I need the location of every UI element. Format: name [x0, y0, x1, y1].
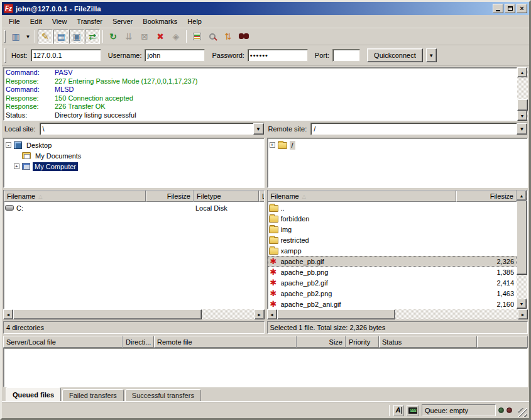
- tree-item-my-documents[interactable]: My Documents: [6, 150, 264, 161]
- tree-item-my-computer[interactable]: + My Computer: [6, 161, 264, 172]
- column-header-filename[interactable]: Filename△: [268, 191, 457, 202]
- desktop-icon: [14, 141, 22, 149]
- remote-site-combobox[interactable]: / ▼: [310, 123, 528, 135]
- expand-icon[interactable]: +: [14, 163, 19, 169]
- refresh-button[interactable]: ↻: [106, 30, 121, 44]
- scroll-right-icon[interactable]: ►: [518, 309, 528, 319]
- log-vertical-scrollbar[interactable]: ▲ ▼: [517, 67, 528, 121]
- site-manager-button[interactable]: ▥: [8, 30, 23, 44]
- table-row[interactable]: restricted: [268, 235, 517, 245]
- remote-site-dropdown-button[interactable]: ▼: [517, 123, 527, 135]
- local-scrollbar-thumb[interactable]: [13, 309, 202, 319]
- table-row[interactable]: ✱apache_pb2.gif2,414: [268, 277, 517, 288]
- title-bar: Fz john@127.0.0.1 - FileZilla ×: [2, 2, 529, 15]
- tab-failed-transfers[interactable]: Failed transfers: [62, 389, 124, 401]
- scroll-left-icon[interactable]: ◄: [267, 309, 277, 319]
- column-header-filesize[interactable]: Filesize: [146, 191, 194, 202]
- synchronized-browsing-button[interactable]: ⇅: [221, 30, 236, 44]
- toolbar-grip[interactable]: [4, 30, 6, 43]
- tree-item-label: My Computer: [33, 162, 78, 171]
- username-input[interactable]: [145, 49, 205, 62]
- tab-successful-transfers[interactable]: Successful transfers: [125, 389, 201, 401]
- table-row[interactable]: C: Local Disk: [4, 202, 264, 213]
- directory-comparison-button[interactable]: [205, 30, 220, 44]
- remote-status-text: Selected 1 file. Total size: 2,326 bytes: [270, 324, 386, 331]
- expand-icon[interactable]: +: [270, 142, 275, 148]
- table-row[interactable]: xampp: [268, 245, 517, 256]
- column-header-server-local-file[interactable]: Server/Local file: [3, 336, 123, 348]
- menu-bookmarks[interactable]: Bookmarks: [138, 16, 182, 26]
- filter-button[interactable]: [189, 30, 204, 44]
- column-header-size[interactable]: Size: [297, 336, 346, 348]
- port-input[interactable]: [332, 49, 360, 62]
- local-horizontal-scrollbar[interactable]: ◄ ►: [3, 309, 265, 319]
- quickconnect-button[interactable]: Quickconnect: [367, 48, 423, 62]
- quickconnect-grip[interactable]: [4, 48, 6, 63]
- menu-edit[interactable]: Edit: [26, 16, 47, 26]
- toggle-remote-tree-button[interactable]: ▣: [69, 30, 84, 44]
- close-button[interactable]: ×: [517, 4, 527, 13]
- scroll-down-icon[interactable]: ▼: [517, 299, 527, 309]
- scroll-down-icon[interactable]: ▼: [517, 111, 527, 121]
- password-input[interactable]: [248, 49, 308, 62]
- menu-file[interactable]: File: [4, 16, 25, 26]
- column-header-filename[interactable]: Filename△: [4, 191, 146, 202]
- cancel-button[interactable]: ⊠: [137, 30, 152, 44]
- scroll-up-icon[interactable]: ▲: [517, 67, 527, 77]
- column-header-direction[interactable]: Directi...: [123, 336, 154, 348]
- menu-server[interactable]: Server: [108, 16, 137, 26]
- remote-horizontal-scrollbar[interactable]: ◄ ►: [267, 309, 528, 319]
- tree-item-desktop[interactable]: - Desktop: [6, 140, 264, 150]
- column-header-filetype[interactable]: Filetype: [194, 191, 259, 202]
- toggle-log-button[interactable]: ✎: [38, 30, 53, 44]
- tab-queued-files[interactable]: Queued files: [6, 387, 61, 401]
- table-row[interactable]: ..: [268, 202, 517, 213]
- scroll-right-icon[interactable]: ►: [255, 309, 265, 319]
- maximize-button[interactable]: [505, 4, 515, 13]
- table-row[interactable]: ✱apache_pb2.png1,463: [268, 288, 517, 299]
- collapse-icon[interactable]: -: [6, 142, 11, 148]
- local-site-dropdown-button[interactable]: ▼: [253, 123, 264, 135]
- process-queue-button[interactable]: ⇊: [121, 30, 136, 44]
- host-input[interactable]: [31, 49, 101, 62]
- speed-limits-button[interactable]: 888: [407, 405, 419, 416]
- menu-view[interactable]: View: [48, 16, 72, 26]
- remote-scrollbar-thumb[interactable]: [517, 201, 527, 275]
- remote-tree: + /: [267, 138, 528, 188]
- menu-help[interactable]: Help: [183, 16, 206, 26]
- table-row[interactable]: img: [268, 224, 517, 235]
- column-header-remote-file[interactable]: Remote file: [154, 336, 297, 348]
- process-queue-icon: ⇊: [125, 32, 133, 41]
- table-row[interactable]: forbidden: [268, 213, 517, 224]
- site-manager-dropdown-button[interactable]: ▼: [24, 30, 32, 44]
- menu-transfer[interactable]: Transfer: [72, 16, 107, 26]
- find-files-button[interactable]: [236, 30, 251, 44]
- tree-item-root[interactable]: + /: [270, 140, 528, 150]
- remote-scrollbar-thumb[interactable]: [277, 309, 395, 319]
- local-site-combobox[interactable]: \ ▼: [40, 123, 265, 135]
- scroll-up-icon[interactable]: ▲: [517, 191, 527, 201]
- resize-grip[interactable]: [518, 408, 527, 417]
- log-scrollbar-thumb[interactable]: [517, 99, 528, 111]
- image-file-icon: ✱: [269, 279, 278, 287]
- column-header-last-modified[interactable]: L: [259, 191, 264, 202]
- quickconnect-dropdown-button[interactable]: ▼: [426, 48, 437, 62]
- chevron-down-icon: ▼: [520, 126, 525, 132]
- local-status-bar: 4 directories: [3, 321, 265, 334]
- remote-vertical-scrollbar[interactable]: ▲ ▼: [517, 191, 527, 309]
- log-line: Response:150 Connection accepted: [6, 94, 517, 103]
- disconnect-button[interactable]: ✖: [153, 30, 168, 44]
- reconnect-button[interactable]: ◈: [168, 30, 183, 44]
- toggle-queue-button[interactable]: ⇄: [85, 30, 100, 44]
- table-row-selected[interactable]: ✱apache_pb.gif2,326: [268, 256, 517, 267]
- column-header-priority[interactable]: Priority: [346, 336, 379, 348]
- transfer-type-button[interactable]: A: [393, 405, 404, 416]
- minimize-button[interactable]: [493, 4, 503, 13]
- local-status-text: 4 directories: [6, 324, 44, 331]
- table-row[interactable]: ✱apache_pb2_ani.gif2,160: [268, 299, 517, 309]
- toggle-local-tree-button[interactable]: ▤: [53, 30, 68, 44]
- column-header-filesize[interactable]: Filesize: [456, 191, 517, 202]
- column-header-status[interactable]: Status: [379, 336, 477, 348]
- scroll-left-icon[interactable]: ◄: [3, 309, 13, 319]
- table-row[interactable]: ✱apache_pb.png1,385: [268, 267, 517, 277]
